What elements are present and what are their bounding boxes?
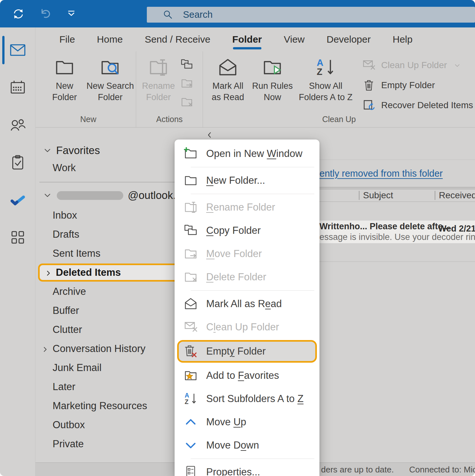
- menu-item-label: Mark All as Read: [206, 298, 282, 310]
- new-search-folder-icon: [99, 57, 121, 78]
- ribbon-body: NewFolder New SearchFolder New: [35, 51, 475, 127]
- chevron-right-icon[interactable]: [44, 268, 53, 277]
- account-email-redacted: [57, 191, 123, 200]
- empty-folder-icon: [362, 78, 376, 92]
- column-subject[interactable]: Subject: [363, 190, 393, 201]
- tab-file[interactable]: File: [48, 27, 86, 51]
- chevron-right-icon[interactable]: [41, 345, 49, 353]
- rename-folder-button[interactable]: RenameFolder: [138, 53, 179, 103]
- customize-quick-access-icon[interactable]: [66, 8, 77, 19]
- nav-people[interactable]: [0, 106, 35, 144]
- ribbon-tabs: File Home Send / Receive Folder View Dev…: [35, 27, 475, 51]
- menu-item-delete-folder[interactable]: Delete Folder: [175, 265, 319, 289]
- actions-small-buttons: [179, 53, 196, 109]
- account-suffix: @outlook.: [128, 189, 176, 202]
- tab-folder[interactable]: Folder: [221, 27, 273, 51]
- menu-item-rename-folder[interactable]: Rename Folder: [175, 196, 319, 219]
- clean-up-folder-icon: [183, 320, 198, 335]
- menu-item-mark-all-as-read[interactable]: Mark All as Read: [175, 292, 319, 316]
- delete-folder-icon: [180, 95, 194, 109]
- search-placeholder: Search: [183, 9, 213, 20]
- menu-item-label: Delete Folder: [206, 271, 266, 283]
- tab-send-receive[interactable]: Send / Receive: [134, 27, 221, 51]
- menu-item-label: Empty Folder: [206, 346, 266, 357]
- mark-all-as-read-icon: [217, 57, 239, 78]
- recover-items-link[interactable]: ently removed from this folder: [319, 168, 443, 179]
- ribbon-group-new: NewFolder New SearchFolder New: [41, 51, 136, 127]
- apps-icon: [9, 229, 26, 246]
- empty-folder-button[interactable]: Empty Folder: [362, 77, 473, 94]
- rename-folder-icon: [147, 57, 169, 78]
- menu-item-sort-subfolders-a-to-z[interactable]: Sort Subfolders A to Z: [175, 387, 319, 410]
- menu-separator: [191, 459, 314, 459]
- new-search-folder-button[interactable]: New SearchFolder: [86, 53, 134, 103]
- recover-deleted-items-button[interactable]: Recover Deleted Items: [362, 97, 473, 114]
- menu-separator: [191, 290, 314, 291]
- run-rules-now-button[interactable]: Run RulesNow: [251, 53, 294, 103]
- search-icon: [162, 8, 175, 21]
- menu-item-move-down[interactable]: Move Down: [175, 434, 319, 457]
- app-navigation-bar: [0, 27, 35, 476]
- menu-item-move-up[interactable]: Move Up: [175, 410, 319, 434]
- copy-folder-icon: [183, 223, 198, 238]
- ribbon-group-actions: RenameFolder Actions: [136, 51, 203, 127]
- outlook-window: Search File Home Send / Receive Folder V…: [0, 0, 475, 476]
- chevron-down-icon[interactable]: [43, 146, 52, 155]
- empty-folder-highlight: Empty Folder: [177, 340, 317, 363]
- menu-item-label: Rename Folder: [206, 202, 275, 213]
- group-label-new: New: [43, 114, 134, 127]
- tab-home[interactable]: Home: [86, 27, 134, 51]
- folder-context-menu: Open in New Window New Folder... Rename …: [175, 140, 319, 476]
- quick-access-toolbar: [0, 6, 77, 21]
- menu-item-add-to-favorites[interactable]: Add to Favorites: [175, 364, 319, 387]
- people-icon: [9, 117, 26, 133]
- tab-view[interactable]: View: [273, 27, 316, 51]
- todo-icon: [9, 191, 26, 208]
- menu-item-properties[interactable]: Properties...: [175, 460, 319, 476]
- nav-apps[interactable]: [0, 219, 35, 256]
- sort-a-to-z-icon: [315, 57, 337, 78]
- column-received[interactable]: Received: [439, 190, 475, 201]
- mark-all-as-read-button[interactable]: Mark Allas Read: [205, 53, 251, 103]
- empty-folder-icon: [183, 344, 198, 359]
- move-folder-button[interactable]: [180, 77, 194, 90]
- show-all-folders-a-to-z-button[interactable]: Show AllFolders A to Z: [294, 53, 357, 103]
- favorites-label: Favorites: [56, 144, 100, 157]
- menu-item-move-folder[interactable]: Move Folder: [175, 242, 319, 265]
- column-separator: [435, 191, 435, 200]
- ribbon: File Home Send / Receive Folder View Dev…: [35, 27, 475, 128]
- delete-folder-button[interactable]: [180, 95, 194, 109]
- nav-tasks[interactable]: [0, 144, 35, 181]
- menu-item-copy-folder[interactable]: Copy Folder: [175, 219, 319, 242]
- group-label-clean-up: Clean Up: [205, 114, 473, 127]
- undo-icon[interactable]: [37, 6, 52, 21]
- nav-todo[interactable]: [0, 181, 35, 219]
- move-folder-icon: [183, 246, 198, 261]
- menu-item-label: Add to Favorites: [206, 370, 279, 381]
- menu-item-label: Move Down: [206, 440, 259, 451]
- send-receive-sync-icon[interactable]: [11, 6, 26, 21]
- menu-item-clean-up-folder[interactable]: Clean Up Folder: [175, 316, 319, 339]
- message-received-date: Wed 2/21: [438, 224, 475, 234]
- tab-help[interactable]: Help: [382, 27, 424, 51]
- delete-folder-icon: [183, 270, 198, 285]
- menu-item-open-in-new-window[interactable]: Open in New Window: [175, 142, 319, 165]
- nav-mail[interactable]: [0, 31, 35, 69]
- new-folder-button[interactable]: NewFolder: [43, 53, 86, 103]
- menu-item-empty-folder[interactable]: Empty Folder: [179, 342, 315, 361]
- menu-item-label: Move Up: [206, 416, 246, 428]
- search-input[interactable]: Search: [147, 7, 475, 23]
- chevron-down-icon[interactable]: [43, 191, 52, 200]
- minimize-folder-pane-icon[interactable]: [205, 131, 214, 139]
- mark-all-as-read-icon: [183, 296, 198, 311]
- clean-up-folder-button[interactable]: Clean Up Folder: [362, 57, 473, 74]
- menu-separator: [191, 167, 314, 167]
- copy-folder-button[interactable]: [180, 58, 194, 71]
- menu-item-label: Copy Folder: [206, 225, 261, 236]
- menu-item-new-folder[interactable]: New Folder...: [175, 169, 319, 192]
- column-separator: [359, 191, 359, 200]
- ribbon-group-clean-up: Mark Allas Read Run RulesNow Show AllFol…: [203, 51, 475, 127]
- tab-developer[interactable]: Developer: [316, 27, 382, 51]
- tasks-icon: [9, 154, 26, 171]
- nav-calendar[interactable]: [0, 69, 35, 106]
